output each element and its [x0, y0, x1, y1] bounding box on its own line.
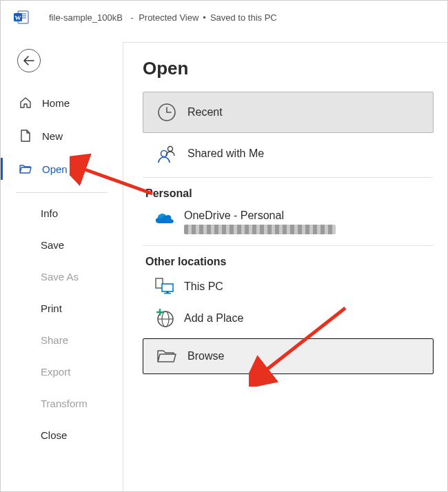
divider [143, 177, 434, 178]
home-icon [19, 96, 32, 109]
nav-share: Share [1, 324, 123, 356]
this-pc-icon [150, 277, 180, 296]
shared-people-icon [152, 143, 182, 164]
this-pc-label: This PC [184, 280, 223, 293]
svg-rect-12 [164, 293, 171, 294]
onedrive-label: OneDrive - Personal [184, 209, 336, 222]
svg-rect-11 [166, 291, 169, 293]
nav-new[interactable]: New [1, 119, 123, 152]
location-add-place[interactable]: Add a Place [143, 303, 434, 334]
onedrive-account-email [184, 225, 336, 234]
location-this-pc[interactable]: This PC [143, 271, 434, 303]
browse-label: Browse [187, 350, 224, 362]
location-onedrive-personal[interactable]: OneDrive - Personal [143, 203, 434, 234]
nav-print[interactable]: Print [1, 292, 123, 324]
open-panel: Open Recent Shared with Me Personal [123, 42, 447, 491]
back-button[interactable] [17, 49, 41, 72]
divider [143, 245, 434, 246]
sidebar-divider [16, 192, 108, 193]
nav-transform: Transform [1, 387, 123, 419]
page-title: Open [143, 58, 434, 79]
title-separator: - [125, 12, 136, 23]
back-arrow-icon [23, 56, 34, 65]
title-bar: W file-sample_100kB - Protected View • S… [1, 1, 447, 34]
nav-open[interactable]: Open [1, 152, 123, 185]
nav-info[interactable]: Info [1, 197, 123, 229]
document-filename: file-sample_100kB [49, 12, 123, 23]
svg-rect-10 [162, 284, 173, 291]
backstage-sidebar: Home New Open Info Save Save As Print Sh… [1, 34, 123, 491]
title-bullet: • [203, 12, 206, 23]
recent-clock-icon [152, 101, 182, 123]
location-recent-label: Recent [187, 106, 223, 119]
nav-save[interactable]: Save [1, 229, 123, 260]
location-browse[interactable]: Browse [143, 338, 434, 374]
new-document-icon [19, 130, 32, 142]
section-other-heading: Other locations [145, 256, 434, 268]
nav-close[interactable]: Close [1, 419, 123, 451]
location-recent[interactable]: Recent [143, 92, 434, 133]
nav-save-as: Save As [1, 260, 123, 292]
svg-point-8 [168, 147, 173, 152]
location-shared-with-me[interactable]: Shared with Me [143, 133, 434, 174]
nav-export: Export [1, 356, 123, 387]
nav-home[interactable]: Home [1, 86, 123, 119]
word-app-icon: W [13, 9, 30, 25]
svg-text:W: W [15, 14, 21, 21]
nav-open-label: Open [42, 163, 68, 175]
add-place-label: Add a Place [184, 312, 243, 325]
section-personal-heading: Personal [145, 187, 434, 200]
browse-folder-icon [152, 348, 182, 365]
open-folder-icon [19, 163, 32, 174]
document-status-saved: Saved to this PC [210, 12, 277, 23]
location-shared-label: Shared with Me [187, 147, 264, 160]
onedrive-icon [150, 209, 180, 226]
nav-new-label: New [42, 130, 63, 142]
add-place-icon [150, 308, 180, 329]
document-status-protected: Protected View [139, 12, 198, 23]
nav-home-label: Home [42, 97, 70, 109]
